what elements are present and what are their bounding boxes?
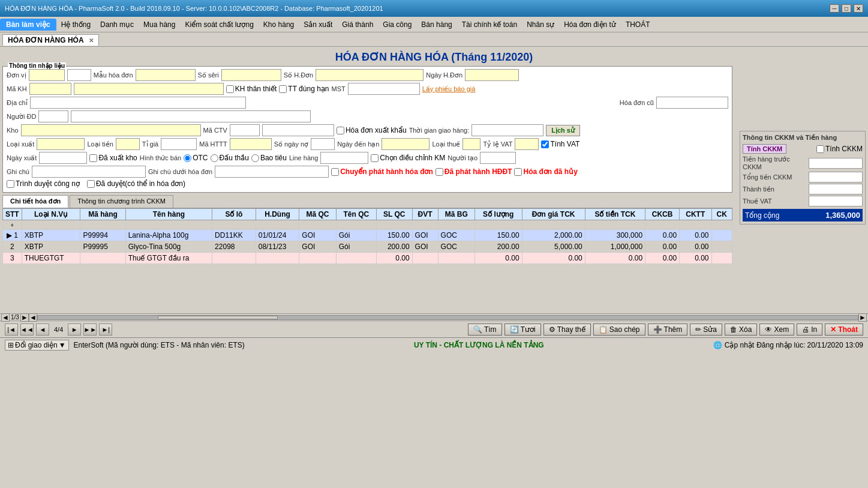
lay-phieu-bao-gia-link[interactable]: Lấy phiếu báo giá [422, 85, 476, 93]
ngay-den-han-input[interactable]: 20/11/2020 [382, 138, 430, 150]
tinh-ckkm-checkbox-label[interactable]: Tính CKKM [816, 144, 863, 154]
menu-gia-cong[interactable]: Gia công [378, 19, 416, 30]
kho-input[interactable]: Kho Thành phẩm 2 (Q2) [21, 124, 201, 136]
ngay-xuat-input[interactable] [39, 152, 87, 164]
thoi-gian-giao-hang-input[interactable] [471, 124, 543, 136]
scrollbar-track[interactable] [37, 315, 858, 320]
mau-hoa-don-input[interactable]: 01GTKT0/001 [136, 69, 196, 81]
ghi-chu-duoi-input[interactable] [215, 166, 329, 178]
tab-chi-tiet-hoa-don[interactable]: Chi tiết hóa đơn [2, 195, 68, 208]
ti-gia-input[interactable]: 0.00 [161, 138, 197, 150]
table-row[interactable]: 2 XBTP P99995 Glyco-Tina 500g 22098 08/1… [3, 241, 732, 253]
loai-thue-input[interactable]: B5 [462, 138, 480, 150]
horizontal-scrollbar[interactable]: ◄ 1/3 ► ◄ ► [0, 313, 868, 321]
nav-first-button[interactable]: |◄ [5, 324, 18, 336]
menu-thoat[interactable]: THOÁT [621, 19, 655, 30]
ten-kh-input[interactable]: CÔNG TY CP DƯỢC PHẨM TÂY NINH [74, 83, 224, 95]
trinh-duyet-cong-no-label[interactable]: Trình duyệt công nợ [7, 179, 80, 188]
sao-chep-button[interactable]: 📋 Sao chép [593, 324, 645, 336]
da-phat-hanh-hddt-checkbox[interactable] [435, 168, 443, 176]
da-duyet-label[interactable]: Đã duyệt(có thể in hóa đơn) [87, 179, 185, 188]
lich-su-button[interactable]: Lịch sử [546, 125, 580, 136]
scroll-right-btn[interactable]: ► [20, 313, 29, 322]
tab-close-icon[interactable]: ✕ [89, 37, 94, 44]
thue-vat-input[interactable]: 65,000 [809, 196, 863, 206]
thoat-button[interactable]: ✕ Thoát [825, 324, 863, 336]
dia-chi-input[interactable]: 10 NGUYỄN THÁI HỌC, P. 2, TX. TÂY NINH [30, 97, 246, 109]
table-row[interactable]: ▶ 1 XBTP P99994 Lanina-Alpha 100g DD11KK… [3, 230, 732, 241]
tinh-ckkm-checkbox[interactable] [816, 145, 824, 153]
hoa-don-xuat-khau-label[interactable]: Hóa đơn xuất khẩu [337, 126, 407, 134]
dau-thau-radio-label[interactable]: Đấu thầu [211, 154, 249, 162]
mst-input[interactable]: 3900244043 [348, 83, 420, 95]
tuoi-button[interactable]: 🔄 Tươi [504, 324, 541, 336]
menu-mua-hang[interactable]: Mua hàng [139, 19, 180, 30]
maximize-button[interactable]: □ [842, 4, 851, 13]
tien-hang-truoc-input[interactable]: 1,300,000 [809, 158, 863, 169]
table-row[interactable]: 3 THUEGTGT Thuế GTGT đầu ra 0.00 0.00 [3, 253, 732, 264]
loai-tien-input[interactable]: VND [116, 138, 140, 150]
bao-tieu-radio-label[interactable]: Bao tiêu [251, 154, 287, 162]
minimize-button[interactable]: ─ [830, 4, 839, 13]
da-xuat-kho-checkbox[interactable] [89, 154, 97, 162]
trinh-duyet-cong-no-checkbox[interactable] [7, 180, 14, 188]
dau-thau-radio[interactable] [211, 154, 218, 162]
ngay-hdon-input[interactable]: 20/11/2020 [465, 69, 519, 81]
loai-xuat-input[interactable]: Xuất bán [37, 138, 85, 150]
tab-hoa-don[interactable]: HÓA ĐƠN HÀNG HÓA ✕ [2, 34, 99, 46]
menu-kho-hang[interactable]: Kho hàng [259, 19, 299, 30]
hoa-don-da-huy-label[interactable]: Hóa đơn đã hủy [514, 167, 577, 176]
tinh-vat-label[interactable]: Tính VAT [541, 140, 579, 148]
nav-prev-fast-button[interactable]: ◄◄ [20, 324, 34, 336]
nav-next-button[interactable]: ► [68, 324, 81, 336]
tinh-ckkm-button[interactable]: Tính CKKM [743, 144, 786, 154]
nguoi-tao-input[interactable]: ETS [480, 152, 516, 164]
tim-button[interactable]: 🔍 Tìm [468, 324, 502, 336]
tinh-vat-checkbox[interactable] [541, 140, 549, 148]
chon-dieu-chinh-km-checkbox[interactable] [371, 154, 379, 162]
scrollbar-thumb[interactable] [158, 316, 278, 319]
menu-kiem-soat[interactable]: Kiểm soát chất lượng [180, 19, 258, 30]
tt-dung-han-label[interactable]: TT đúng hạn [279, 85, 329, 93]
ma-ctv-input[interactable] [230, 124, 260, 136]
detail-table-container[interactable]: STT Loại N.Vụ Mã hàng Tên hàng Số lô H.D… [2, 208, 732, 264]
in-button[interactable]: 🖨 In [797, 324, 822, 336]
nav-next-fast-button[interactable]: ►► [83, 324, 97, 336]
menu-hoa-don-dien-tu[interactable]: Hóa đơn điện tử [559, 19, 621, 30]
so-hdon-input[interactable]: 003 [316, 69, 424, 81]
chuyen-phat-hanh-label[interactable]: Chuyển phát hành hóa đơn [331, 167, 433, 176]
da-xuat-kho-label[interactable]: Đã xuất kho [89, 154, 137, 162]
scroll-end-btn[interactable]: ► [858, 313, 867, 322]
scroll-fast-left-btn[interactable]: ◄ [29, 313, 37, 322]
nguoi-dd-input[interactable] [38, 110, 68, 122]
menu-danh-muc[interactable]: Danh mục [95, 19, 139, 30]
hoa-don-cu-input[interactable] [656, 97, 728, 109]
menu-tai-chinh[interactable]: Tài chính kế toán [457, 19, 522, 30]
scroll-left-btn[interactable]: ◄ [1, 313, 10, 322]
menu-ban-lam-viec[interactable]: Bàn làm việc [0, 19, 56, 31]
ghi-chu-input[interactable] [32, 166, 146, 178]
menu-gia-thanh[interactable]: Giá thành [337, 19, 378, 30]
menu-nhan-su[interactable]: Nhân sự [522, 19, 559, 30]
close-button[interactable]: ✕ [854, 4, 863, 13]
hoa-don-xuat-khau-checkbox[interactable] [337, 127, 344, 134]
tt-dung-han-checkbox[interactable] [279, 85, 287, 93]
thanh-tien-input[interactable]: 1,300,000 [809, 184, 863, 194]
kh-than-thiet-label[interactable]: KH thân thiết [226, 85, 277, 93]
menu-he-thong[interactable]: Hệ thống [56, 19, 95, 30]
menu-ban-hang[interactable]: Bán hàng [416, 19, 456, 30]
sua-button[interactable]: ✏ Sửa [690, 324, 722, 336]
ma-httt-input[interactable]: Chuyển... [230, 138, 272, 150]
thay-the-button[interactable]: ⚙ Thay thế [543, 324, 591, 336]
ma-ctv-name-input[interactable] [262, 124, 334, 136]
nav-last-button[interactable]: ►| [99, 324, 112, 336]
nguoi-dd-name-input[interactable] [71, 110, 311, 122]
chuyen-phat-hanh-checkbox[interactable] [331, 168, 339, 176]
don-vi-code-input[interactable] [67, 69, 91, 81]
line-hang-input[interactable] [320, 152, 368, 164]
them-button[interactable]: ➕ Thêm [648, 324, 688, 336]
chon-dieu-chinh-km-label[interactable]: Chọn điều chỉnh KM [371, 154, 445, 162]
kh-than-thiet-checkbox[interactable] [226, 85, 234, 93]
hoa-don-da-huy-checkbox[interactable] [514, 168, 522, 176]
xoa-button[interactable]: 🗑 Xóa [725, 324, 757, 336]
